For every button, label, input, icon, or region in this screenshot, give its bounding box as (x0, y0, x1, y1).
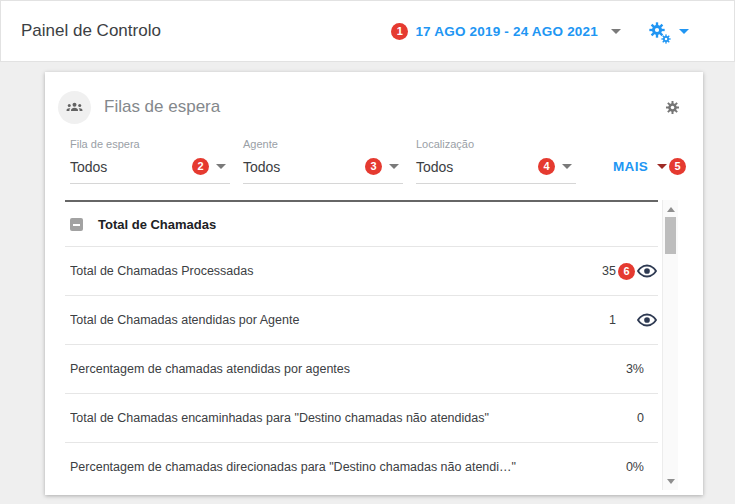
more-filters-button[interactable]: MAIS 5 (613, 158, 686, 184)
row-value: 0% (618, 460, 644, 474)
date-range-picker[interactable]: 17 AGO 2019 - 24 AGO 2021 (408, 24, 621, 39)
row-value: 3% (618, 362, 644, 376)
filter-localizacao[interactable]: Localização Todos 4 (416, 138, 576, 184)
filter-value: Todos (70, 159, 192, 175)
caret-down-icon[interactable] (389, 164, 399, 169)
scroll-down-icon[interactable] (663, 474, 679, 488)
filter-value: Todos (243, 159, 365, 175)
page-title: Painel de Controlo (21, 21, 161, 41)
scroll-up-icon[interactable] (663, 202, 679, 216)
collapse-minus-icon[interactable] (70, 218, 83, 231)
settings-menu-button[interactable] (647, 20, 689, 42)
filter-label: Agente (243, 138, 403, 150)
more-filters-label: MAIS (613, 159, 648, 174)
callout-badge-6: 6 (618, 263, 635, 280)
row-value: 0 (618, 411, 644, 425)
section-header-total-de-chamadas: Total de Chamadas (65, 202, 658, 246)
filter-label: Localização (416, 138, 576, 150)
table-row: Percentagem de chamadas atendidas por ag… (65, 344, 658, 393)
table-row: Total de Chamadas atendidas por Agente 1 (65, 295, 658, 344)
top-bar: Painel de Controlo 1 17 AGO 2019 - 24 AG… (0, 0, 735, 62)
filter-agente[interactable]: Agente Todos 3 (243, 138, 403, 184)
eye-icon[interactable] (636, 260, 658, 282)
callout-badge-5: 5 (669, 158, 686, 175)
callout-badge-2: 2 (192, 158, 209, 175)
table-row: Total de Chamadas Processadas 35 6 (65, 246, 658, 295)
panel-title: Filas de espera (104, 97, 664, 117)
panel-header: Filas de espera (45, 72, 703, 136)
filter-label: Fila de espera (70, 138, 230, 150)
caret-down-icon[interactable] (216, 164, 226, 169)
row-value: 35 (590, 264, 616, 278)
date-range-label: 17 AGO 2019 - 24 AGO 2021 (415, 24, 598, 39)
caret-down-icon[interactable] (657, 164, 667, 169)
double-gear-icon (647, 20, 670, 42)
row-value: 1 (590, 313, 616, 327)
queues-panel: Filas de espera Fila de espera Todos 2 A… (45, 72, 703, 495)
callout-badge-3: 3 (365, 158, 382, 175)
caret-down-icon[interactable] (679, 29, 689, 34)
table-row: Total de Chamadas encaminhadas para "Des… (65, 393, 658, 442)
filter-bar: Fila de espera Todos 2 Agente Todos 3 Lo… (70, 138, 686, 184)
section-title: Total de Chamadas (98, 217, 216, 232)
table-scrollbar[interactable] (662, 200, 678, 490)
caret-down-icon[interactable] (611, 29, 621, 34)
queue-people-icon (58, 91, 91, 124)
eye-icon[interactable] (636, 309, 658, 331)
scrollbar-thumb[interactable] (665, 217, 676, 254)
panel-settings-gear-icon[interactable] (664, 99, 681, 116)
top-bar-actions: 1 17 AGO 2019 - 24 AGO 2021 (391, 20, 689, 42)
filter-fila-de-espera[interactable]: Fila de espera Todos 2 (70, 138, 230, 184)
stats-table: Total de Chamadas Total de Chamadas Proc… (65, 200, 658, 491)
table-row: Percentagem de chamadas direcionadas par… (65, 442, 658, 491)
callout-badge-1: 1 (391, 23, 408, 40)
caret-down-icon[interactable] (562, 164, 572, 169)
callout-badge-4: 4 (538, 158, 555, 175)
filter-value: Todos (416, 159, 538, 175)
